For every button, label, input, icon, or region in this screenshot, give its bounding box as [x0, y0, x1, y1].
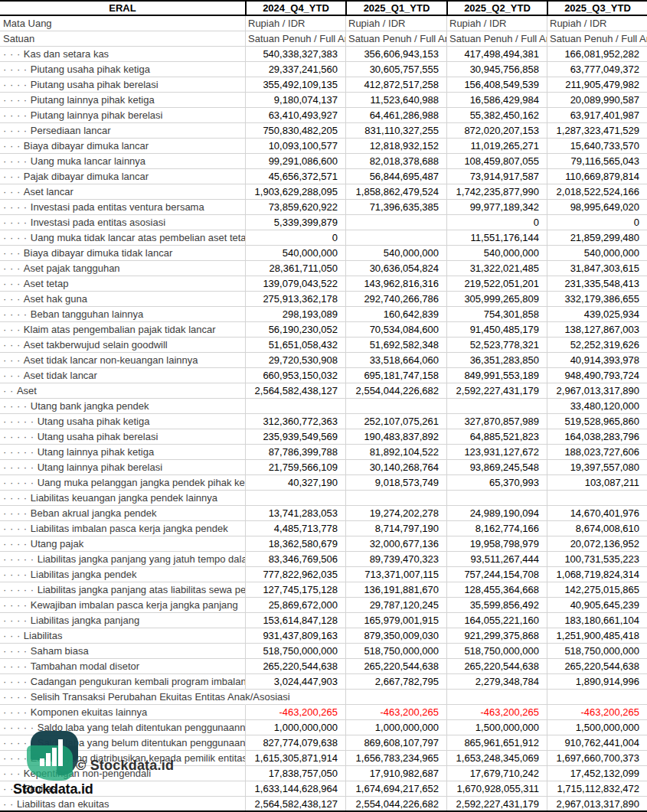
unit-cell[interactable]: Satuan Penuh / Full Amount — [547, 31, 647, 47]
value-cell[interactable]: -463,200,265 — [446, 705, 547, 720]
value-cell[interactable] — [547, 690, 647, 705]
value-cell[interactable]: 252,107,075,261 — [345, 414, 446, 429]
value-cell[interactable]: 56,190,230,052 — [245, 322, 345, 338]
row-label-cell[interactable]: · · · · · Uang muka pelanggan jangka pen… — [0, 475, 245, 491]
value-cell[interactable]: 25,869,672,000 — [245, 598, 345, 613]
value-cell[interactable]: 30,605,757,555 — [345, 62, 446, 77]
value-cell[interactable] — [547, 491, 647, 506]
value-cell[interactable]: 16,586,429,984 — [446, 93, 547, 108]
value-cell[interactable]: 164,055,221,160 — [446, 613, 547, 628]
unit-cell[interactable]: Satuan Penuh / Full Amount — [345, 31, 446, 47]
value-cell[interactable]: 8,162,774,166 — [446, 521, 547, 536]
value-cell[interactable]: 1,697,660,700,373 — [547, 751, 647, 766]
row-label-cell[interactable]: · · · · Uang muka lancar lainnya — [0, 154, 245, 169]
value-cell[interactable]: 11,019,265,271 — [446, 139, 547, 154]
row-label-cell[interactable]: · · · Aset takberwujud selain goodwill — [0, 338, 245, 353]
row-label-cell[interactable]: · · · · · Liabilitas jangka panjang atas… — [0, 582, 245, 598]
value-cell[interactable]: 777,822,962,035 — [245, 567, 345, 582]
value-cell[interactable]: 35,599,856,492 — [446, 598, 547, 613]
value-cell[interactable]: 2,018,522,524,166 — [547, 184, 647, 200]
row-label-cell[interactable]: · · · · Utang pajak — [0, 536, 245, 552]
row-label-cell[interactable]: · · · Aset tidak lancar non-keuangan lai… — [0, 353, 245, 368]
value-cell[interactable]: 20,072,136,952 — [547, 536, 647, 552]
currency-cell[interactable]: Rupiah / IDR — [245, 16, 345, 31]
value-cell[interactable]: 20,089,990,587 — [547, 93, 647, 108]
value-cell[interactable]: 518,750,000,000 — [446, 644, 547, 659]
value-cell[interactable]: 211,905,479,982 — [547, 77, 647, 93]
value-cell[interactable]: 30,140,268,764 — [345, 460, 446, 475]
value-cell[interactable]: 165,979,001,915 — [345, 613, 446, 628]
value-cell[interactable]: 30,636,054,824 — [345, 261, 446, 276]
value-cell[interactable] — [446, 491, 547, 506]
value-cell[interactable]: 83,346,769,506 — [245, 552, 345, 567]
value-cell[interactable]: 660,953,150,032 — [245, 368, 345, 383]
value-cell[interactable]: 98,995,649,020 — [547, 200, 647, 215]
value-cell[interactable]: 99,291,086,600 — [245, 154, 345, 169]
value-cell[interactable]: 713,371,007,115 — [345, 567, 446, 582]
value-cell[interactable]: 93,869,245,548 — [446, 460, 547, 475]
value-cell[interactable]: 19,397,557,080 — [547, 460, 647, 475]
value-cell[interactable]: 108,459,807,055 — [446, 154, 547, 169]
value-cell[interactable]: 188,023,727,606 — [547, 445, 647, 460]
value-cell[interactable]: 1,742,235,877,990 — [446, 184, 547, 200]
value-cell[interactable]: 910,762,441,004 — [547, 735, 647, 751]
value-cell[interactable] — [345, 690, 446, 705]
value-cell[interactable]: 93,511,267,444 — [446, 552, 547, 567]
row-label-cell[interactable]: · · · · Komponen ekuitas lainnya — [0, 705, 245, 720]
row-label-cell[interactable]: · · · · Uang muka tidak lancar atas pemb… — [0, 230, 245, 246]
value-cell[interactable]: 518,750,000,000 — [245, 644, 345, 659]
value-cell[interactable]: 2,564,582,438,127 — [245, 383, 345, 399]
value-cell[interactable]: 52,523,778,321 — [446, 338, 547, 353]
value-cell[interactable]: 19,958,798,979 — [446, 536, 547, 552]
value-cell[interactable]: 1,670,928,055,311 — [446, 781, 547, 797]
value-cell[interactable]: 869,608,107,797 — [345, 735, 446, 751]
value-cell[interactable]: 29,337,241,560 — [245, 62, 345, 77]
row-label-cell[interactable]: · · · Klaim atas pengembalian pajak tida… — [0, 322, 245, 338]
value-cell[interactable]: 19,274,202,278 — [345, 506, 446, 521]
row-label-cell[interactable]: · · · · Liabilitas keuangan jangka pende… — [0, 491, 245, 506]
period-header-2025-q3[interactable]: 2025_Q3_YTD — [547, 2, 647, 15]
value-cell[interactable]: 73,859,620,922 — [245, 200, 345, 215]
value-cell[interactable]: 183,180,661,104 — [547, 613, 647, 628]
value-cell[interactable]: 30,945,756,858 — [446, 62, 547, 77]
row-label-cell[interactable]: · · · · Investasi pada entitas asosiasi — [0, 215, 245, 230]
period-header-2025-q2[interactable]: 2025_Q2_YTD — [446, 2, 547, 15]
value-cell[interactable]: 13,741,283,053 — [245, 506, 345, 521]
value-cell[interactable]: 164,038,283,796 — [547, 429, 647, 445]
value-cell[interactable]: 51,651,058,432 — [245, 338, 345, 353]
value-cell[interactable]: 275,913,362,178 — [245, 292, 345, 307]
value-cell[interactable]: 139,079,043,522 — [245, 276, 345, 292]
value-cell[interactable]: 123,931,127,672 — [446, 445, 547, 460]
row-label-cell[interactable]: · · · · Saham biasa — [0, 644, 245, 659]
value-cell[interactable]: 63,410,493,927 — [245, 108, 345, 123]
value-cell[interactable]: 292,740,266,786 — [345, 292, 446, 307]
value-cell[interactable]: 33,518,664,060 — [345, 353, 446, 368]
row-label-cell[interactable]: · · · Aset tidak lancar — [0, 368, 245, 383]
row-label-cell[interactable]: · · · · Utang bank jangka pendek — [0, 399, 245, 414]
value-cell[interactable]: 540,338,327,383 — [245, 47, 345, 62]
row-label-cell[interactable]: · · · · Selisih Transaksi Perubahan Ekui… — [0, 690, 245, 705]
value-cell[interactable]: 540,000,000 — [245, 246, 345, 261]
value-cell[interactable]: 327,870,857,989 — [446, 414, 547, 429]
value-cell[interactable]: 82,018,378,688 — [345, 154, 446, 169]
value-cell[interactable] — [345, 215, 446, 230]
value-cell[interactable] — [345, 230, 446, 246]
value-cell[interactable]: 87,786,399,788 — [245, 445, 345, 460]
row-label-cell[interactable]: · · · · Piutang lainnya pihak berelasi — [0, 108, 245, 123]
value-cell[interactable]: 15,640,733,570 — [547, 139, 647, 154]
row-label-cell[interactable]: · · · · Persediaan lancar — [0, 123, 245, 139]
value-cell[interactable]: 2,554,044,226,682 — [345, 383, 446, 399]
row-label-cell[interactable]: · · · Aset pajak tangguhan — [0, 261, 245, 276]
value-cell[interactable] — [245, 491, 345, 506]
value-cell[interactable]: 8,674,008,610 — [547, 521, 647, 536]
value-cell[interactable]: 540,000,000 — [547, 246, 647, 261]
value-cell[interactable]: 219,522,051,201 — [446, 276, 547, 292]
value-cell[interactable]: 24,989,190,094 — [446, 506, 547, 521]
row-label-cell[interactable]: · · · · Kewajiban imbalan pasca kerja ja… — [0, 598, 245, 613]
value-cell[interactable]: 21,859,299,480 — [547, 230, 647, 246]
value-cell[interactable]: 9,180,074,137 — [245, 93, 345, 108]
value-cell[interactable]: 1,287,323,471,529 — [547, 123, 647, 139]
value-cell[interactable]: 412,872,517,258 — [345, 77, 446, 93]
value-cell[interactable]: 879,350,009,030 — [345, 628, 446, 644]
value-cell[interactable]: 18,362,580,679 — [245, 536, 345, 552]
